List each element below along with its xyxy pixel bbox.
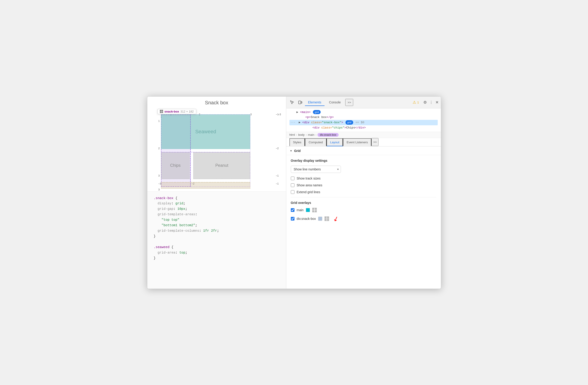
- grid-icon: [160, 110, 163, 113]
- dom-line-chips: <div class="chips">Chips</div>: [290, 125, 438, 130]
- tab-more-btn[interactable]: >>: [345, 99, 353, 106]
- row-line-neg1c: −1: [276, 182, 279, 185]
- overlay-dropdown: Show line numbers Show track sizes Hide …: [291, 166, 436, 173]
- main-overlay-label: main: [297, 208, 304, 212]
- page-title: Snack box: [147, 97, 286, 107]
- extend-grid-lines-label: Extend grid lines: [297, 190, 320, 194]
- settings-icon[interactable]: ⚙: [423, 100, 427, 105]
- dom-selected-line[interactable]: ··· ▶ <div class="snack-box"> grid == $0: [290, 120, 438, 125]
- breadcrumb-active[interactable]: div.snack-box: [317, 133, 338, 137]
- row-line-neg2: −2: [276, 147, 279, 150]
- main-color-swatch[interactable]: [306, 208, 310, 212]
- show-track-sizes-label: Show track sizes: [297, 176, 321, 180]
- show-area-names-checkbox[interactable]: [291, 183, 294, 187]
- div-grid-badge: grid: [345, 120, 353, 125]
- seaweed-cell: Seaweed: [161, 114, 250, 149]
- red-arrow-icon: ↙: [332, 214, 339, 223]
- close-icon[interactable]: ✕: [435, 100, 439, 105]
- code-line-1: .snack-box {: [154, 196, 280, 201]
- chevron-down-icon: ▼: [290, 150, 293, 152]
- show-track-sizes-checkbox[interactable]: [291, 176, 294, 180]
- tab-console[interactable]: Console: [326, 99, 344, 106]
- snack-box-grid-icon[interactable]: [325, 216, 329, 221]
- tab-panel-more[interactable]: >>: [371, 138, 378, 146]
- show-area-names-row[interactable]: Show area names: [291, 183, 436, 187]
- dropdown-wrapper: Show line numbers Show track sizes Hide …: [291, 166, 341, 173]
- code-line-11: }: [154, 256, 280, 261]
- seaweed-label: Seaweed: [195, 129, 216, 135]
- main-grid-badge: grid: [313, 110, 321, 114]
- code-line-8: }: [154, 234, 280, 239]
- grid-overlays-title: Grid overlays: [291, 201, 436, 205]
- code-line-9: .seaweed {: [154, 245, 280, 250]
- dom-line-main: ▶ <main> grid: [290, 110, 438, 115]
- peanut-label: Peanut: [215, 163, 228, 168]
- warning-badge: ⚠ 1: [413, 100, 419, 105]
- section-divider: [291, 197, 436, 197]
- tab-layout[interactable]: Layout: [327, 138, 343, 146]
- dom-line-p: <p>Snack box</p>: [290, 115, 438, 120]
- code-line-empty: [154, 239, 280, 245]
- panel-tabs: Styles Computed Layout Event Listeners >…: [286, 138, 441, 147]
- show-track-sizes-row[interactable]: Show track sizes: [291, 176, 436, 180]
- breadcrumb-main[interactable]: main: [308, 133, 314, 136]
- code-line-3: grid-gap: 10px;: [154, 206, 280, 212]
- code-line-4: grid-template-areas:: [154, 212, 280, 217]
- main-overlay-checkbox[interactable]: [291, 208, 294, 212]
- snack-box-overlay-label: div.snack-box: [297, 217, 316, 220]
- footer-cell: [161, 182, 250, 189]
- row-line-1: 1: [158, 120, 160, 122]
- peanut-cell: Peanut: [193, 152, 250, 179]
- col-line-3: 3: [250, 113, 252, 116]
- tab-elements[interactable]: Elements: [305, 99, 325, 106]
- breadcrumb-body[interactable]: body: [298, 133, 304, 136]
- extend-grid-lines-row[interactable]: Extend grid lines: [291, 190, 436, 194]
- grid-section-body: Overlay display settings Show line numbe…: [286, 155, 441, 229]
- overlay-settings-title: Overlay display settings: [291, 159, 436, 162]
- main-overlay-row: main: [291, 208, 436, 212]
- col-line-pos: −3: [278, 113, 281, 116]
- svg-rect-5: [301, 102, 302, 103]
- tab-computed[interactable]: Computed: [305, 138, 326, 146]
- right-panel: Elements Console >> ⚠ 1 ⚙ ⋮ ✕ ▶ <main> g…: [286, 97, 441, 289]
- grid-section-header[interactable]: ▼ Grid: [286, 147, 441, 155]
- tab-event-listeners[interactable]: Event Listeners: [343, 138, 371, 146]
- chips-label: Chips: [170, 163, 181, 168]
- code-line-10: grid-area: top;: [154, 250, 280, 256]
- main-grid-icon[interactable]: [312, 208, 317, 212]
- layout-panel: ▼ Grid Overlay display settings Show lin…: [286, 147, 441, 289]
- devtools-topbar: Elements Console >> ⚠ 1 ⚙ ⋮ ✕: [286, 97, 441, 108]
- chips-cell: Chips: [161, 152, 190, 179]
- grid-visual-area: snack-box 312 × 182 1 2 3 −1 −3 1 1 2 −2…: [155, 107, 278, 191]
- element-tooltip: snack-box 312 × 182: [157, 109, 196, 114]
- breadcrumb: html › body › main › div.snack-box: [286, 132, 441, 138]
- row-line-3: 3: [158, 174, 160, 177]
- row-line-neg1b: −1: [276, 174, 279, 177]
- code-section: .snack-box { display: grid; grid-gap: 10…: [147, 191, 286, 289]
- snack-box-overlay-checkbox[interactable]: [291, 217, 294, 220]
- browser-window: Snack box snack-box 312 × 182 1 2 3 −1 −…: [147, 96, 441, 289]
- show-area-names-label: Show area names: [297, 183, 322, 187]
- more-options-icon[interactable]: ⋮: [429, 100, 433, 105]
- breadcrumb-html[interactable]: html: [290, 133, 295, 136]
- row-line-3b: 3: [158, 188, 160, 191]
- row-line-2: 2: [158, 147, 160, 150]
- device-icon-btn[interactable]: [297, 99, 304, 106]
- tooltip-class: snack-box: [165, 110, 179, 113]
- row-line-neg3: −3: [158, 182, 161, 185]
- left-panel: Snack box snack-box 312 × 182 1 2 3 −1 −…: [147, 97, 286, 289]
- svg-rect-4: [298, 101, 301, 104]
- snack-box-overlay-row: div.snack-box ↙: [291, 215, 436, 223]
- line-numbers-select[interactable]: Show line numbers Show track sizes Hide: [291, 166, 341, 173]
- dom-tree: ▶ <main> grid <p>Snack box</p> ··· ▶ <di…: [286, 108, 441, 132]
- tab-styles[interactable]: Styles: [290, 138, 305, 146]
- code-line-5: "top top": [154, 217, 280, 223]
- code-line-7: grid-template-columns: 1fr 2fr;: [154, 228, 280, 234]
- code-line-6: "bottom1 bottom2";: [154, 223, 280, 228]
- code-line-2: display: grid;: [154, 201, 280, 206]
- snack-box-color-swatch[interactable]: [318, 217, 322, 221]
- extend-grid-lines-checkbox[interactable]: [291, 190, 294, 194]
- grid-section-label: Grid: [294, 149, 301, 153]
- inspector-icon-btn[interactable]: [289, 99, 295, 106]
- tooltip-dims: 312 × 182: [180, 110, 194, 113]
